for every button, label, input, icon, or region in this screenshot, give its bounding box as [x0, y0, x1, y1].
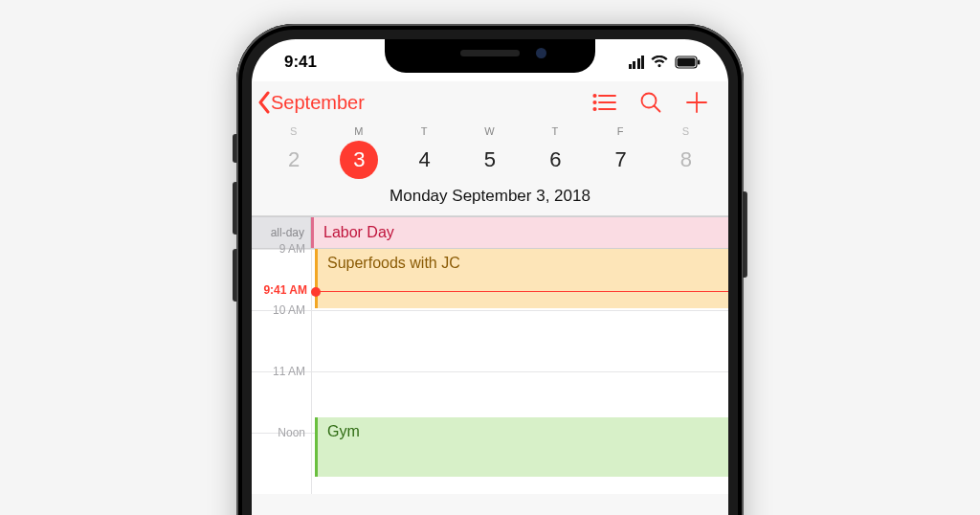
search-button[interactable] [638, 90, 663, 115]
cell-signal-icon [629, 56, 645, 69]
speaker [460, 50, 520, 56]
hour-row: 10 AM [252, 310, 728, 371]
list-view-button[interactable] [592, 90, 617, 115]
nav-bar: September [252, 81, 728, 123]
power-button [743, 191, 747, 278]
list-icon [592, 93, 617, 112]
battery-icon [675, 56, 702, 69]
current-time-label: 9:41 AM [252, 283, 311, 297]
dow-label: M [326, 123, 391, 137]
dow-label: W [457, 123, 523, 137]
dow-row: S M T W T F S [252, 123, 728, 137]
device-frame: 9:41 September [236, 24, 744, 515]
svg-rect-1 [678, 58, 696, 67]
phone-screen: 9:41 September [252, 39, 728, 515]
svg-point-3 [593, 95, 595, 97]
day-timeline[interactable]: 9 AM10 AM11 AMNoonSuperfoods with JCGym9… [252, 249, 728, 494]
back-label: September [271, 92, 365, 114]
all-day-row: all-day Labor Day [252, 216, 728, 249]
svg-point-7 [593, 108, 595, 110]
volume-up-button [233, 182, 237, 235]
day-cell[interactable]: 5 [457, 141, 523, 179]
day-cell[interactable]: 8 [654, 141, 719, 179]
current-time-bar [315, 291, 728, 293]
day-cell[interactable]: 7 [588, 141, 653, 179]
add-event-button[interactable] [684, 90, 709, 115]
calendar-event[interactable]: Gym [315, 417, 728, 477]
hour-label: 10 AM [252, 303, 311, 317]
display-notch [385, 39, 595, 73]
dow-label: F [588, 123, 653, 137]
calendar-event[interactable]: Superfoods with JC [315, 249, 728, 308]
front-camera [536, 48, 546, 58]
volume-down-button [233, 249, 237, 302]
hour-label: 11 AM [252, 365, 311, 378]
dow-label: T [392, 123, 457, 137]
day-cell[interactable]: 6 [523, 141, 588, 179]
calendar-app: September S M [252, 81, 728, 515]
week-header: S M T W T F S 2 3 4 5 6 7 8 Monday [252, 123, 728, 216]
mute-switch [233, 134, 237, 163]
chevron-left-icon [257, 91, 271, 114]
search-icon [639, 91, 662, 114]
day-cell[interactable]: 4 [392, 141, 457, 179]
dow-label: T [523, 123, 588, 137]
back-button[interactable]: September [257, 91, 365, 114]
day-cell-selected[interactable]: 3 [326, 141, 391, 179]
dow-label: S [261, 123, 326, 137]
status-right [629, 56, 702, 69]
status-time: 9:41 [284, 53, 317, 72]
svg-line-10 [655, 106, 660, 112]
plus-icon [685, 91, 708, 114]
svg-rect-2 [698, 60, 700, 65]
hour-label: 9 AM [252, 242, 311, 256]
all-day-event[interactable]: Labor Day [311, 217, 728, 248]
svg-point-5 [593, 101, 595, 103]
wifi-icon [651, 56, 668, 69]
dow-label: S [654, 123, 719, 137]
full-date-label: Monday September 3, 2018 [252, 179, 728, 215]
day-cell[interactable]: 2 [261, 141, 326, 179]
hour-label: Noon [252, 426, 311, 439]
day-number-row: 2 3 4 5 6 7 8 [252, 141, 728, 179]
